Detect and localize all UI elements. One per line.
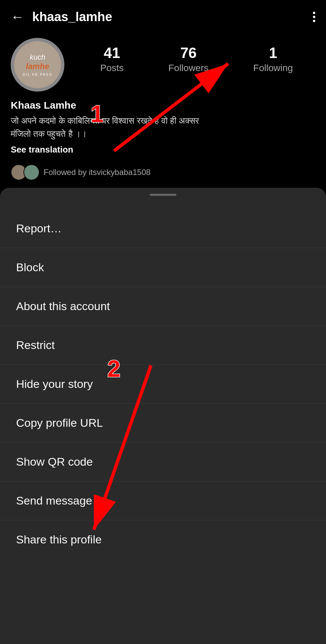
avatar-text-kuch: kuch: [30, 53, 45, 62]
avatar: kuch lamhe DIL KE PASS: [11, 38, 64, 92]
more-options-button[interactable]: [313, 12, 315, 22]
menu-item-send-message[interactable]: Send message: [0, 481, 326, 520]
menu-item-report[interactable]: Report…: [0, 209, 326, 248]
stat-followers[interactable]: 76 Followers: [168, 45, 209, 73]
menu-item-hide-story[interactable]: Hide your story: [0, 365, 326, 404]
menu-list: Report… Block About this account Restric…: [0, 199, 326, 572]
posts-label: Posts: [100, 63, 124, 73]
follower-avatar-2: [23, 164, 40, 180]
dot-1: [313, 12, 315, 14]
menu-item-about[interactable]: About this account: [0, 287, 326, 326]
sheet-handle: [0, 188, 326, 199]
see-translation-button[interactable]: See translation: [11, 144, 315, 155]
following-label: Following: [253, 63, 293, 73]
followed-by-row: Followed by itsvickybaba1508: [0, 159, 326, 180]
bio-section: Khaas Lamhe जो अपने कदमो के काबिलियत पर …: [0, 92, 326, 159]
display-name: Khaas Lamhe: [11, 100, 315, 111]
dot-2: [313, 16, 315, 18]
stats-row: 41 Posts 76 Followers 1 Following: [78, 38, 315, 73]
stat-following[interactable]: 1 Following: [253, 45, 293, 73]
profile-username: khaas_lamhe: [32, 10, 313, 24]
posts-count: 41: [104, 45, 120, 61]
menu-item-share-profile[interactable]: Share this profile: [0, 520, 326, 559]
bio-line1: जो अपने कदमो के काबिलियत पर विश्वास रखते…: [11, 116, 199, 126]
bio-text: जो अपने कदमो के काबिलियत पर विश्वास रखते…: [11, 114, 315, 140]
followed-by-text: Followed by itsvickybaba1508: [44, 168, 151, 177]
menu-item-restrict[interactable]: Restrict: [0, 326, 326, 365]
menu-item-copy-url[interactable]: Copy profile URL: [0, 404, 326, 443]
back-button[interactable]: ←: [11, 9, 24, 24]
followers-count: 76: [180, 45, 197, 61]
top-bar: ← khaas_lamhe: [0, 0, 326, 31]
avatar-text-lamhe: lamhe: [26, 62, 49, 71]
following-count: 1: [269, 45, 277, 61]
bio-line2: मंजिलो तक पहुचते है ।।: [11, 129, 87, 139]
menu-item-block[interactable]: Block: [0, 248, 326, 287]
handle-bar: [150, 194, 176, 196]
avatar-sub: DIL KE PASS: [23, 72, 52, 76]
stat-posts[interactable]: 41 Posts: [100, 45, 124, 73]
followers-label: Followers: [168, 63, 209, 73]
profile-section: kuch lamhe DIL KE PASS 41 Posts 76 Follo…: [0, 31, 326, 92]
followed-avatars: [11, 164, 40, 180]
menu-item-qr-code[interactable]: Show QR code: [0, 443, 326, 481]
avatar-inner: kuch lamhe DIL KE PASS: [14, 41, 61, 88]
dot-3: [313, 20, 315, 22]
bottom-sheet: Report… Block About this account Restric…: [0, 188, 326, 644]
